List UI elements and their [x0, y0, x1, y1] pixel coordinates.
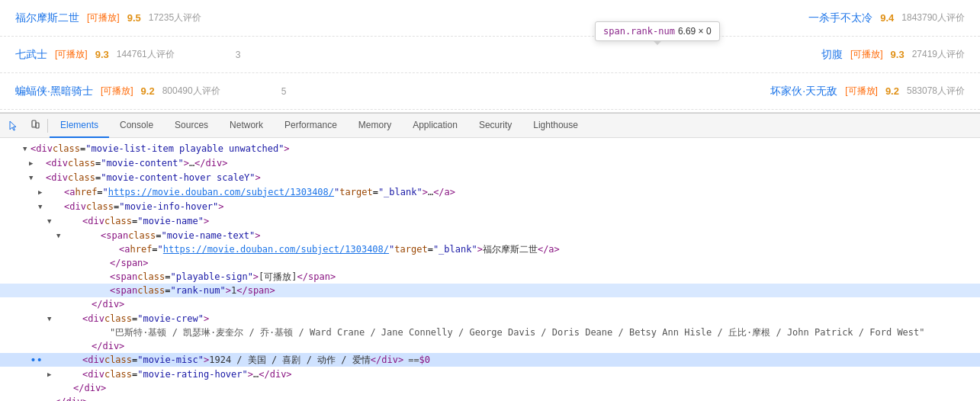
code-line-1: <div class="movie-list-item playable unw… [0, 141, 980, 156]
website-preview: 福尔摩斯二世 [可播放] 9.5 17235人评价 span.rank-num … [0, 0, 980, 113]
code-line-16[interactable]: •• <div class="movie-misc" > 1924 / 美国 /… [0, 353, 980, 367]
code-line-13: <div class="movie-crew" > [0, 311, 980, 326]
expand-toggle[interactable] [38, 184, 46, 199]
code-line-8: <a href="https://movie.douban.com/subjec… [0, 242, 980, 256]
tab-console[interactable]: Console [109, 114, 164, 138]
elements-panel[interactable]: <div class="movie-list-item playable unw… [0, 138, 980, 401]
reviews-2: 144761人评价 [117, 48, 175, 61]
rating-1b: 9.4 [880, 12, 894, 24]
tooltip-element-name: span.rank-num [603, 26, 675, 37]
code-line-5: <div class="movie-info-hover" > [0, 199, 980, 213]
movie-row-1: 福尔摩斯二世 [可播放] 9.5 17235人评价 span.rank-num … [0, 0, 980, 37]
reviews-1: 17235人评价 [149, 11, 201, 24]
expand-toggle[interactable] [29, 170, 37, 184]
reviews-1b: 1843790人评价 [901, 11, 965, 24]
tab-network[interactable]: Network [219, 114, 274, 138]
playable-badge-3b: [可播放] [845, 85, 878, 98]
expand-toggle[interactable] [47, 311, 55, 326]
code-line-9: </span> [0, 256, 980, 270]
code-line-6: <div class="movie-name" > [0, 213, 980, 228]
code-line-11[interactable]: <span class="rank-num" > 1 </span> [0, 284, 980, 297]
element-tooltip: span.rank-num 6.69 × 0 [595, 21, 720, 41]
rating-3b: 9.2 [885, 85, 899, 97]
expand-toggle[interactable] [47, 213, 55, 228]
svg-rect-1 [36, 123, 39, 128]
rating-2: 9.3 [95, 49, 109, 60]
tooltip-value: 6.69 × 0 [678, 26, 712, 37]
code-line-2: <div class="movie-content" > … </div> [0, 156, 980, 170]
movie-title-2[interactable]: 七武士 [15, 48, 47, 62]
rating-3: 9.2 [141, 85, 155, 97]
playable-badge-1: [可播放] [87, 11, 120, 24]
expand-toggle[interactable] [23, 141, 31, 156]
cursor-icon-btn[interactable] [3, 115, 24, 136]
code-line-7: <span class="movie-name-text" > [0, 228, 980, 242]
code-line-3: <div class="movie-content-hover scaleY" … [0, 170, 980, 184]
device-toggle-btn[interactable] [24, 115, 46, 136]
movie-title-2b[interactable]: 切腹 [821, 48, 843, 62]
playable-badge-3: [可播放] [101, 85, 133, 98]
devtools-toolbar: Elements Console Sources Network Perform… [0, 114, 980, 138]
expand-toggle[interactable] [47, 367, 55, 381]
expand-toggle[interactable] [56, 228, 64, 242]
playable-badge-2b: [可播放] [850, 48, 883, 61]
reviews-3: 800490人评价 [162, 85, 220, 98]
movie-title-3[interactable]: 蝙蝠侠·黑暗骑士 [15, 85, 93, 98]
rating-1: 9.5 [127, 12, 141, 24]
devtools-panel: Elements Console Sources Network Perform… [0, 113, 980, 401]
line-gutter-dot: •• [27, 353, 43, 367]
code-line-12: </div> [0, 297, 980, 311]
movie-row-3: 蝙蝠侠·黑暗骑士 [可播放] 9.2 800490人评价 5 坏家伙·天无敌 [… [0, 73, 980, 110]
movie-row-2: 七武士 [可播放] 9.3 144761人评价 3 切腹 [可播放] 9.3 2… [0, 37, 980, 73]
tab-security[interactable]: Security [468, 114, 522, 138]
tab-memory[interactable]: Memory [348, 114, 402, 138]
movie-title-1[interactable]: 福尔摩斯二世 [15, 11, 79, 25]
tab-sources[interactable]: Sources [164, 114, 219, 138]
code-line-17: <div class="movie-rating-hover" > … </di… [0, 367, 980, 381]
tab-lighthouse[interactable]: Lighthouse [522, 114, 589, 138]
tab-application[interactable]: Application [402, 114, 468, 138]
code-line-10: <span class="playable-sign" > [可播放] </sp… [0, 270, 980, 284]
reviews-2b: 27419人评价 [912, 48, 965, 61]
code-line-18: </div> [0, 381, 980, 395]
code-line-15: </div> [0, 339, 980, 353]
tab-elements[interactable]: Elements [50, 114, 109, 138]
expand-toggle[interactable] [38, 199, 46, 213]
expand-toggle[interactable] [29, 156, 37, 170]
rank-3: 5 [281, 86, 287, 97]
toolbar-divider [47, 119, 48, 133]
movie-title-3b[interactable]: 坏家伙·天无敌 [770, 85, 837, 98]
rank-2: 3 [236, 50, 241, 60]
rating-2b: 9.3 [891, 49, 904, 60]
devtools-tab-bar: Elements Console Sources Network Perform… [50, 114, 589, 138]
reviews-3b: 583078人评价 [907, 85, 965, 98]
code-line-4: <a href="https://movie.douban.com/subjec… [0, 184, 980, 199]
movie-title-1b[interactable]: 一杀手不太冷 [808, 11, 872, 25]
playable-badge-2: [可播放] [55, 48, 88, 61]
code-line-19: </div> [0, 395, 980, 401]
tab-performance[interactable]: Performance [274, 114, 348, 138]
code-line-14: "巴斯特·基顿 / 凯瑟琳·麦奎尔 / 乔·基顿 / Ward Crane / … [0, 326, 980, 339]
